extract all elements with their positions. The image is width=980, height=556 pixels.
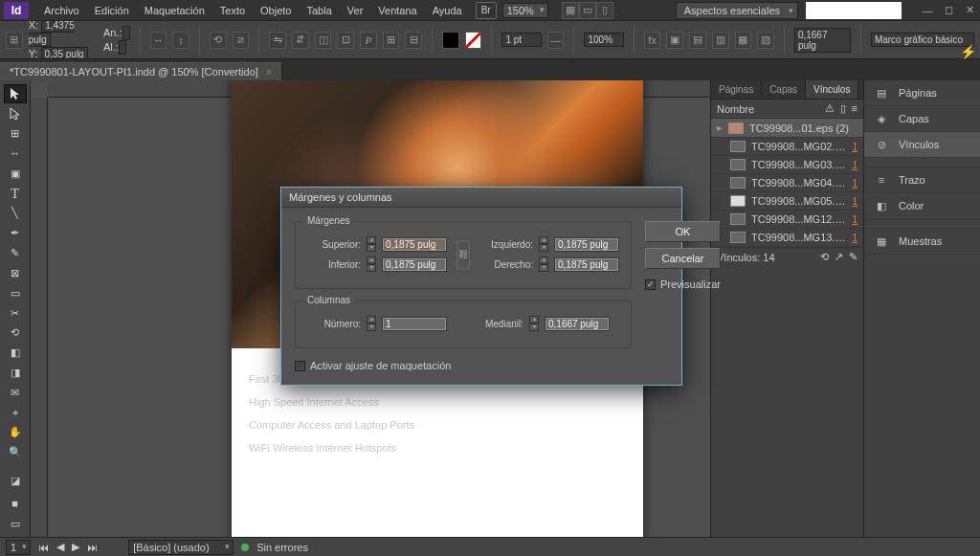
apply-color-icon[interactable]: ■ [4,494,27,513]
view-options-icon[interactable]: ▦ [562,2,579,19]
page-tool[interactable]: ⊞ [4,124,27,144]
scale-x-icon[interactable]: ↔ [150,32,167,49]
workspace-select[interactable]: Aspectos esenciales [676,2,798,19]
stroke-weight-input[interactable]: 1 pt [501,33,541,47]
nav-first-icon[interactable]: ⏮ [38,542,49,553]
menu-tabla[interactable]: Tabla [299,2,339,19]
wrap2-icon[interactable]: ▤ [689,32,706,49]
basic-select[interactable]: [Básico] (usado) [128,540,234,555]
side-muestras[interactable]: ▦Muestras [864,229,980,255]
type-tool[interactable]: T [4,184,27,203]
ok-button[interactable]: OK [645,221,721,242]
side-vinculos[interactable]: ⊘Vínculos [864,132,980,158]
page-nav-select[interactable]: 1 [6,540,31,555]
screen-mode-icon[interactable]: ▭ [579,2,596,19]
w-input[interactable] [122,26,130,40]
help-search-input[interactable] [806,2,902,19]
relink-icon[interactable]: ⟲ [820,251,829,263]
arrange-icon[interactable]: ▯ [596,2,613,19]
link-margins-icon[interactable]: ⛓ [457,240,470,269]
wrap-icon[interactable]: ▣ [666,32,683,49]
flip-h-icon[interactable]: ⇋ [269,32,286,49]
gap-tool[interactable]: ↔ [4,144,27,163]
menu-ventana[interactable]: Ventana [370,2,424,19]
preview-checkbox[interactable]: ✓Previsualizar [645,278,721,290]
menu-archivo[interactable]: Archivo [36,2,87,19]
opacity-input[interactable]: 100% [584,33,623,47]
link-row[interactable]: TC99908...MG03.eps1 [711,156,863,174]
eyedropper-tool[interactable]: ⌖ [4,403,27,422]
selection-tool[interactable] [4,84,27,103]
document-tab[interactable]: *TC9990801-LAYOUT-PI1.indd @ 150% [Conve… [0,62,282,80]
fill-stroke-swap[interactable]: ◪ [4,469,27,493]
columns-number-input[interactable]: 1 [382,317,447,331]
menu-ver[interactable]: Ver [340,2,371,19]
effects-icon[interactable]: fx [644,32,661,49]
fit-icon[interactable]: ⊞ [383,32,400,49]
line-tool[interactable]: ╲ [4,204,27,223]
side-trazo[interactable]: ≡Trazo [864,167,980,193]
link-row[interactable]: TC99908...MG13.jpg1 [711,229,863,247]
zoom-tool[interactable]: 🔍 [4,443,27,462]
side-capas[interactable]: ◈Capas [864,106,980,132]
content-collector-tool[interactable]: ▣ [4,164,27,183]
placeholder-icon[interactable]: P [360,32,377,49]
layout-adjust-checkbox[interactable]: Activar ajuste de maquetación [295,360,632,371]
close-icon[interactable]: ✕ [963,4,976,17]
nav-last-icon[interactable]: ⏭ [87,542,98,553]
side-paginas[interactable]: ▤Páginas [864,80,980,106]
flip-v-icon[interactable]: ⇵ [292,32,309,49]
wrap3-icon[interactable]: ▥ [712,32,729,49]
pen-tool[interactable]: ✒ [4,224,27,243]
pencil-tool[interactable]: ✎ [4,244,27,263]
gutter-input[interactable]: 0,1667 pulg [794,28,851,53]
gradient-feather-tool[interactable]: ◨ [4,364,27,383]
cancel-button[interactable]: Cancelar [645,248,721,269]
y-input[interactable]: 0,35 pulg [41,47,88,59]
direct-selection-tool[interactable] [4,104,27,123]
tab-vinculos[interactable]: Vínculos [806,80,858,99]
fit-prop-icon[interactable]: ⊟ [405,32,422,49]
scissors-tool[interactable]: ✂ [4,303,27,322]
object-style-select[interactable]: Marco gráfico básico [871,33,974,47]
link-row[interactable]: TC99908...MG12.jpg1 [711,211,863,229]
content-icon[interactable]: ⊡ [337,32,354,49]
note-tool[interactable]: ✉ [4,383,27,402]
free-transform-tool[interactable]: ⟲ [4,323,27,343]
x-input[interactable]: 1,4375 pulg [29,21,75,47]
tab-capas[interactable]: Capas [762,80,806,99]
bridge-button[interactable]: Br [476,2,497,19]
link-row[interactable]: TC99908...MG02.eps1 [711,138,863,156]
wrap5-icon[interactable]: ▧ [757,32,774,49]
margin-left-input[interactable]: 0,1875 pulg [554,237,619,252]
wrap4-icon[interactable]: ▦ [735,32,752,49]
ruler-vertical[interactable] [31,98,48,537]
rectangle-tool[interactable]: ▭ [4,283,27,302]
link-row[interactable]: TC99908...MG04.eps1 [711,174,863,192]
link-row[interactable]: ▸TC99908...01.eps (2) [711,119,863,138]
tab-paginas[interactable]: Páginas [711,80,762,99]
gutter-input[interactable]: 0,1667 pulg [545,317,610,331]
close-tab-icon[interactable]: × [266,66,272,78]
margin-top-input[interactable]: 0,1875 pulg [382,237,447,252]
nav-next-icon[interactable]: ▶ [72,541,79,553]
zoom-select[interactable]: 150% [502,3,548,18]
margin-right-input[interactable]: 0,1875 pulg [554,257,619,272]
minimize-icon[interactable]: ― [921,4,934,17]
rectangle-frame-tool[interactable]: ⊠ [4,263,27,282]
side-color[interactable]: ◧Color [864,193,980,219]
reference-point-icon[interactable]: ⊞ [6,32,23,49]
h-input[interactable] [119,40,126,55]
stroke-swatch[interactable] [465,32,482,49]
hand-tool[interactable]: ✋ [4,423,27,442]
bolt-icon[interactable]: ⚡ [960,44,976,59]
update-link-icon[interactable]: ✎ [849,251,858,263]
gradient-swatch-tool[interactable]: ◧ [4,344,27,363]
menu-maquetacion[interactable]: Maquetación [137,2,212,19]
nav-prev-icon[interactable]: ◀ [56,541,64,553]
fill-swatch[interactable] [442,32,459,49]
margin-bottom-input[interactable]: 0,1875 pulg [382,257,447,272]
goto-link-icon[interactable]: ↗ [835,251,843,263]
menu-texto[interactable]: Texto [212,2,253,19]
menu-edicion[interactable]: Edición [87,2,137,19]
